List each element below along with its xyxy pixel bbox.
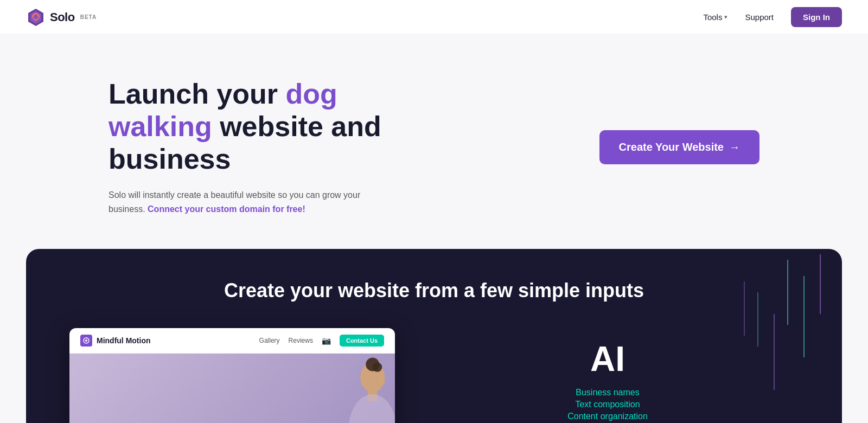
- preview-logo-area: Mindful Motion: [80, 335, 151, 347]
- arrow-icon: →: [729, 141, 740, 153]
- logo-text: Solo: [50, 10, 75, 24]
- hero-right: Create Your Website →: [556, 130, 760, 164]
- sign-in-button[interactable]: Sign In: [791, 7, 842, 27]
- preview-person: [308, 354, 395, 423]
- beta-badge: BETA: [80, 14, 97, 20]
- dark-section-title: Create your website from a few simple in…: [69, 279, 799, 302]
- preview-logo-text: Mindful Motion: [97, 336, 151, 345]
- cta-label: Create Your Website: [619, 141, 724, 153]
- hero-section: Launch your dog walking website and busi…: [0, 35, 868, 249]
- hero-title-prefix: Launch your: [108, 78, 285, 110]
- preview-nav-gallery: Gallery: [259, 337, 280, 344]
- dark-content: Mindful Motion Gallery Reviews 📷 Contact…: [69, 328, 799, 423]
- create-website-button[interactable]: Create Your Website →: [599, 130, 760, 164]
- chevron-down-icon: ▾: [724, 14, 727, 21]
- hero-title: Launch your dog walking website and busi…: [108, 78, 434, 175]
- preview-logo-icon: [80, 335, 92, 347]
- ai-feature-content-organization: Content organization: [567, 412, 648, 421]
- preview-header: Mindful Motion Gallery Reviews 📷 Contact…: [69, 328, 395, 354]
- ai-features-list: Business names Text composition Content …: [567, 388, 648, 421]
- ai-feature-business-names: Business names: [576, 388, 639, 398]
- preview-instagram-icon: 📷: [322, 336, 331, 345]
- main-nav: Tools ▾ Support Sign In: [703, 7, 842, 27]
- preview-contact-button[interactable]: Contact Us: [340, 335, 384, 347]
- preview-nav: Gallery Reviews 📷 Contact Us: [259, 335, 384, 347]
- support-link[interactable]: Support: [745, 12, 774, 22]
- ai-label: AI: [590, 339, 625, 379]
- tools-label: Tools: [703, 12, 722, 22]
- preview-nav-reviews: Reviews: [289, 337, 313, 344]
- dark-section: Create your website from a few simple in…: [26, 249, 842, 423]
- hero-description: Solo will instantly create a beautiful w…: [108, 188, 391, 216]
- svg-point-14: [349, 394, 395, 423]
- tools-menu[interactable]: Tools ▾: [703, 12, 727, 22]
- website-preview: Mindful Motion Gallery Reviews 📷 Contact…: [69, 328, 395, 423]
- svg-point-15: [378, 375, 385, 386]
- preview-body: Fonts: [69, 354, 395, 423]
- domain-link[interactable]: Connect your custom domain for free!: [148, 204, 305, 214]
- ai-panel: AI Business names Text composition Conte…: [417, 328, 799, 421]
- ai-feature-text-composition: Text composition: [575, 400, 640, 409]
- solo-logo-icon: [26, 8, 46, 27]
- hero-left: Launch your dog walking website and busi…: [108, 78, 434, 216]
- svg-point-9: [85, 339, 87, 342]
- logo-area: Solo BETA: [26, 8, 97, 27]
- svg-point-12: [373, 362, 382, 372]
